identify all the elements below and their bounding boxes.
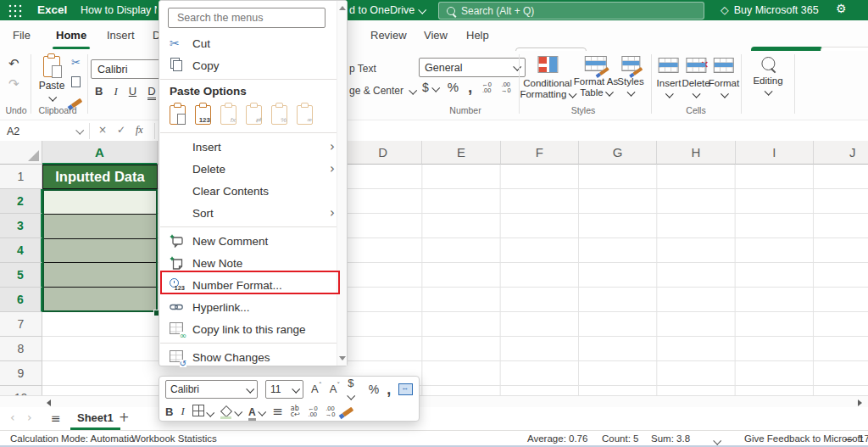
menu-file[interactable]: File <box>13 29 31 42</box>
mini-align-button[interactable]: ≡ <box>272 404 283 419</box>
menu-view[interactable]: View <box>424 29 448 42</box>
insert-cells-button[interactable]: ← Insert <box>657 58 682 100</box>
empty-cells-area[interactable] <box>344 165 868 395</box>
status-sum[interactable]: Sum: 3.8 <box>651 433 690 444</box>
paste-transpose-icon[interactable]: ⇄ <box>246 105 262 125</box>
scroll-down-icon[interactable] <box>339 356 346 360</box>
mini-bold-button[interactable]: B <box>165 405 173 418</box>
menu-help[interactable]: Help <box>466 29 489 42</box>
selected-range-a2-a6[interactable] <box>42 189 158 312</box>
paste-formatting-icon[interactable]: % <box>271 105 287 125</box>
menu-item-clear-contents[interactable]: Clear Contents <box>159 180 347 202</box>
row-header-7[interactable]: 7 <box>0 312 42 337</box>
row-header-4[interactable]: 4 <box>0 238 42 263</box>
paste-values-icon[interactable]: 123 <box>195 105 211 125</box>
confirm-entry-button[interactable]: ✓ <box>117 124 125 136</box>
cell-a3[interactable] <box>44 214 156 237</box>
menu-item-number-format[interactable]: 123 Number Format... <box>159 274 347 296</box>
mini-wrap-text-button[interactable]: abc↩ <box>291 405 300 418</box>
scroll-left-icon[interactable] <box>47 400 51 406</box>
prev-sheet-icon[interactable]: ‹ <box>10 411 15 424</box>
mini-italic-button[interactable]: I <box>181 405 184 418</box>
column-header-g[interactable]: G <box>579 141 657 165</box>
paste-icon[interactable] <box>170 105 186 125</box>
app-launcher-icon[interactable] <box>8 3 22 18</box>
decrease-decimal-button[interactable]: .00→0 <box>501 81 511 93</box>
mini-font-name-dropdown[interactable]: Calibri <box>165 380 258 399</box>
mini-fill-color-button[interactable] <box>220 405 241 418</box>
mini-increase-decimal-button[interactable]: ←0.00 <box>308 405 318 417</box>
workbook-statistics[interactable]: Workbook Statistics <box>131 433 217 444</box>
status-count[interactable]: Count: 5 <box>602 433 638 444</box>
status-aggregates-dropdown[interactable] <box>714 436 720 446</box>
menu-scrollbar[interactable] <box>337 1 347 366</box>
mini-decrease-decimal-button[interactable]: .00→0 <box>326 405 336 417</box>
format-as-table-button[interactable]: Format As Table <box>574 56 618 98</box>
mini-currency-button[interactable]: $ <box>348 377 360 402</box>
row-header-1[interactable]: 1 <box>0 165 42 189</box>
merge-center-button[interactable]: ge & Center <box>349 85 415 97</box>
mini-font-size-dropdown[interactable]: 11 <box>265 380 303 399</box>
italic-button[interactable]: I <box>114 85 117 100</box>
cell-a4[interactable] <box>44 238 156 262</box>
column-header-i[interactable]: I <box>736 141 814 165</box>
menu-review[interactable]: Review <box>370 29 407 42</box>
menu-item-sort[interactable]: Sort › <box>159 202 347 224</box>
menu-item-show-changes[interactable]: ↺ Show Changes <box>159 346 347 368</box>
all-sheets-icon[interactable]: ≡ <box>51 411 61 425</box>
sheet-tab-sheet1[interactable]: Sheet1 <box>70 407 120 430</box>
menu-insert[interactable]: Insert <box>107 29 135 42</box>
menu-item-hyperlink[interactable]: Hyperlink... <box>159 296 347 318</box>
mini-format-painter-icon[interactable] <box>342 406 354 416</box>
delete-cells-button[interactable]: ✕ Delete <box>682 58 709 100</box>
bold-button[interactable]: B <box>95 85 103 100</box>
scroll-right-icon[interactable] <box>858 400 862 406</box>
zoom-level[interactable]: 175% <box>859 433 868 444</box>
mini-percent-button[interactable]: % <box>369 383 379 396</box>
underline-button[interactable]: U <box>129 85 136 100</box>
mini-comma-button[interactable]: , <box>387 381 391 399</box>
cut-button[interactable]: ✂ <box>71 56 81 69</box>
insert-function-button[interactable]: fx <box>136 124 143 137</box>
increase-decimal-button[interactable]: ←0.00 <box>481 81 492 93</box>
cancel-entry-button[interactable]: × <box>98 124 107 136</box>
mini-font-color-button[interactable]: A <box>248 405 264 418</box>
menu-home[interactable]: Home <box>56 29 86 42</box>
merge-cells-icon[interactable] <box>398 383 413 395</box>
copy-button[interactable] <box>71 76 81 90</box>
settings-gear-icon[interactable]: ⚙ <box>836 2 847 15</box>
next-sheet-icon[interactable]: › <box>27 411 32 424</box>
select-all-corner[interactable] <box>0 141 42 165</box>
saved-to-onedrive[interactable]: d to OneDrive <box>349 4 425 16</box>
grow-font-button[interactable]: Aˆ <box>311 383 322 395</box>
horizontal-scrollbar[interactable] <box>0 395 868 407</box>
column-header-f[interactable]: F <box>501 141 579 165</box>
currency-format-button[interactable]: $ <box>422 81 438 94</box>
menu-item-cut[interactable]: ✂ Cut <box>159 32 347 54</box>
redo-button[interactable]: ↷ <box>8 76 19 92</box>
cell-a6[interactable] <box>44 287 156 310</box>
menu-item-copy-link[interactable]: ∞ Copy link to this range <box>159 318 347 340</box>
wrap-text-button[interactable]: p Text <box>349 63 376 75</box>
row-header-8[interactable]: 8 <box>0 337 42 361</box>
column-header-e[interactable]: E <box>422 141 500 165</box>
menu-item-insert[interactable]: Insert › <box>159 136 347 158</box>
document-title[interactable]: How to Display Nu <box>81 4 157 16</box>
format-cells-button[interactable]: Format <box>709 58 739 100</box>
column-header-a[interactable]: A <box>42 141 158 165</box>
menu-item-copy[interactable]: Copy <box>159 54 347 76</box>
column-header-d[interactable]: D <box>344 141 422 165</box>
name-box[interactable]: A2 <box>0 120 89 142</box>
double-underline-button[interactable]: D <box>147 85 155 100</box>
zoom-out-icon[interactable]: — <box>844 433 854 445</box>
styles-button[interactable]: Styles <box>617 56 643 98</box>
cell-a1[interactable]: Inputted Data <box>42 165 158 189</box>
percent-format-button[interactable]: % <box>448 80 459 94</box>
editing-group-button[interactable]: Editing <box>753 57 782 98</box>
comma-format-button[interactable]: , <box>468 83 472 92</box>
row-header-5[interactable]: 5 <box>0 263 42 288</box>
menu-search-box[interactable] <box>168 8 326 28</box>
global-search-box[interactable]: Search (Alt + Q) <box>438 2 704 20</box>
menu-item-new-comment[interactable]: New Comment <box>159 230 347 252</box>
menu-item-new-note[interactable]: New Note <box>159 252 347 274</box>
